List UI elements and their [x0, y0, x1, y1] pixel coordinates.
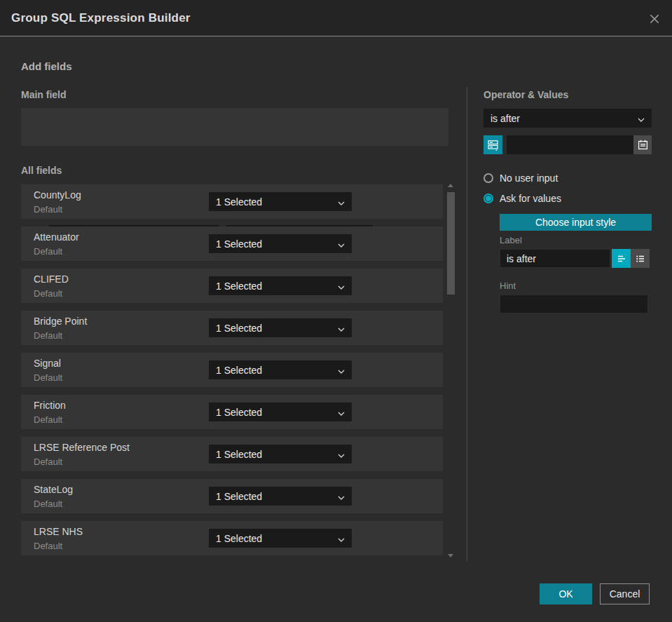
- field-name: Bridge Point: [34, 316, 87, 327]
- all-fields-heading: All fields: [21, 165, 62, 176]
- field-selected-value: 1 Selected: [216, 196, 262, 208]
- field-subtitle: Default: [34, 541, 62, 551]
- field-selected-dropdown[interactable]: 1 Selected: [209, 192, 352, 211]
- field-row: LRSE NHS Default 1 Selected: [21, 521, 443, 555]
- field-name: Signal: [34, 358, 61, 369]
- field-subtitle: Default: [34, 414, 62, 425]
- chevron-down-icon: [338, 280, 345, 292]
- group-sql-expression-builder-dialog: Group SQL Expression Builder Add fields …: [0, 0, 672, 622]
- hint-input[interactable]: [500, 295, 648, 313]
- field-name: StateLog: [34, 484, 73, 495]
- chevron-down-icon: [338, 490, 345, 503]
- scrollbar-thumb[interactable]: [447, 192, 455, 295]
- operator-select[interactable]: is after: [484, 109, 652, 128]
- input-style-single-button[interactable]: [612, 249, 631, 268]
- field-name: Attenuator: [34, 231, 79, 243]
- choose-input-style-button[interactable]: Choose input style: [500, 214, 652, 231]
- field-subtitle: Default: [34, 457, 62, 467]
- main-field-heading: Main field: [21, 89, 67, 100]
- field-selected-value: 1 Selected: [216, 407, 262, 418]
- field-name: Friction: [34, 400, 66, 411]
- align-left-icon: [616, 253, 627, 264]
- field-subtitle: Default: [34, 246, 62, 257]
- field-row: Friction Default 1 Selected: [21, 395, 443, 429]
- calendar-icon: [638, 140, 648, 150]
- field-selected-dropdown[interactable]: 1 Selected: [209, 318, 352, 337]
- field-name: LRSE Reference Post: [34, 442, 130, 453]
- radio-no-user-input[interactable]: No user input: [484, 173, 558, 184]
- field-subtitle: Default: [34, 330, 62, 341]
- dialog-titlebar: Group SQL Expression Builder: [0, 0, 672, 36]
- field-selected-value: 1 Selected: [216, 365, 262, 376]
- field-selected-dropdown[interactable]: 1 Selected: [209, 276, 352, 295]
- field-subtitle: Default: [34, 288, 62, 299]
- operator-select-value: is after: [491, 113, 520, 124]
- field-row: StateLog Default 1 Selected: [21, 479, 443, 513]
- field-name: LRSE NHS: [34, 526, 83, 537]
- field-subtitle: Default: [34, 499, 62, 509]
- field-selected-dropdown[interactable]: 1 Selected: [209, 403, 352, 421]
- main-field-box: CountyLog | Default To Date: [21, 108, 448, 146]
- chevron-down-icon: [338, 532, 345, 545]
- all-fields-list: CountyLog Default 1 Selected Attenuator …: [21, 184, 443, 563]
- bullet-list-icon: [635, 253, 646, 264]
- chevron-down-icon: [338, 406, 345, 419]
- value-input[interactable]: [507, 135, 633, 154]
- chevron-down-icon: [338, 322, 345, 334]
- field-row: LRSE Reference Post Default 1 Selected: [21, 437, 443, 471]
- radio-no-user-input-label: No user input: [500, 173, 558, 184]
- chevron-down-icon: [338, 448, 345, 461]
- chevron-down-icon: [338, 238, 345, 250]
- field-selected-value: 1 Selected: [216, 491, 262, 502]
- field-selected-dropdown[interactable]: 1 Selected: [209, 360, 352, 379]
- chevron-down-icon: [338, 196, 345, 208]
- hint-field-label: Hint: [500, 280, 516, 291]
- radio-selected-icon: [484, 194, 493, 203]
- label-field-label: Label: [500, 235, 522, 245]
- cancel-button[interactable]: Cancel: [600, 583, 650, 604]
- date-picker-button[interactable]: [633, 135, 652, 154]
- field-selected-value: 1 Selected: [216, 323, 262, 334]
- field-selected-value: 1 Selected: [216, 238, 262, 250]
- field-selected-dropdown[interactable]: 1 Selected: [209, 529, 352, 548]
- field-row: Bridge Point Default 1 Selected: [21, 311, 443, 345]
- field-row: CountyLog Default 1 Selected: [21, 184, 443, 219]
- ok-button[interactable]: OK: [540, 583, 592, 604]
- label-input[interactable]: [500, 249, 610, 268]
- value-source-button[interactable]: [484, 135, 502, 154]
- field-selected-dropdown[interactable]: 1 Selected: [209, 445, 352, 464]
- dialog-title: Group SQL Expression Builder: [11, 11, 191, 25]
- add-fields-heading: Add fields: [21, 60, 72, 72]
- input-style-list-button[interactable]: [631, 249, 650, 268]
- radio-ask-for-values-label: Ask for values: [500, 193, 561, 204]
- radio-circle-icon: [484, 173, 493, 183]
- field-row: Attenuator Default 1 Selected: [21, 227, 443, 261]
- operator-values-heading: Operator & Values: [484, 89, 568, 100]
- field-subtitle: Default: [34, 204, 62, 215]
- field-row: Signal Default 1 Selected: [21, 353, 443, 387]
- field-row: CLIFED Default 1 Selected: [21, 269, 443, 303]
- field-selected-value: 1 Selected: [216, 449, 262, 460]
- field-selected-value: 1 Selected: [216, 533, 262, 544]
- field-selected-dropdown[interactable]: 1 Selected: [209, 487, 352, 506]
- field-selected-value: 1 Selected: [216, 280, 262, 292]
- chevron-down-icon: [338, 364, 345, 377]
- field-name: CLIFED: [34, 273, 69, 285]
- field-selected-dropdown[interactable]: 1 Selected: [209, 234, 352, 253]
- panel-divider: [467, 87, 467, 561]
- radio-ask-for-values[interactable]: Ask for values: [484, 193, 561, 204]
- field-name: CountyLog: [34, 189, 81, 201]
- scrollbar-down-arrow[interactable]: [448, 554, 453, 557]
- field-subtitle: Default: [34, 372, 62, 383]
- stacked-values-icon: [487, 139, 499, 151]
- chevron-down-icon: [638, 112, 645, 125]
- scrollbar-up-arrow[interactable]: [448, 184, 453, 187]
- close-icon[interactable]: [647, 11, 662, 27]
